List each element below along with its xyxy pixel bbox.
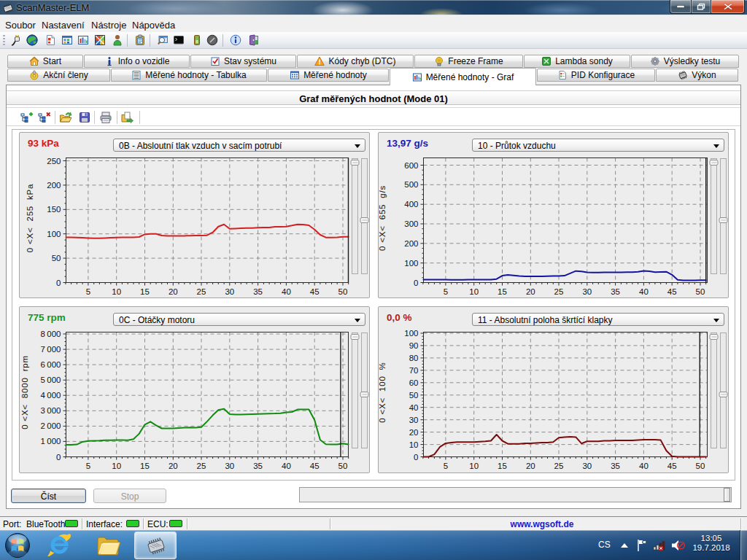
svg-text:20: 20 [409, 428, 419, 437]
svg-text:90: 90 [409, 341, 419, 350]
svg-text:20: 20 [169, 287, 178, 296]
svg-text:30: 30 [582, 287, 592, 296]
svg-text:30: 30 [582, 462, 592, 470]
svg-text:20: 20 [169, 462, 178, 470]
svg-text:400: 400 [404, 200, 418, 209]
svg-text:0: 0 [56, 453, 61, 462]
svg-text:15: 15 [140, 287, 150, 296]
svg-text:8 000: 8 000 [41, 330, 61, 338]
svg-text:50: 50 [696, 462, 705, 470]
svg-text:25: 25 [554, 287, 564, 296]
svg-text:100: 100 [404, 259, 418, 268]
svg-text:15: 15 [140, 462, 150, 470]
svg-text:1 000: 1 000 [41, 437, 61, 446]
svg-text:100: 100 [404, 329, 418, 338]
svg-text:40: 40 [282, 462, 291, 470]
svg-text:4 000: 4 000 [41, 391, 61, 400]
svg-text:45: 45 [310, 462, 320, 470]
svg-text:3 000: 3 000 [41, 406, 61, 415]
svg-text:300: 300 [404, 219, 418, 228]
svg-text:0 <X< 655 g/s: 0 <X< 655 g/s [378, 185, 387, 251]
svg-text:2 000: 2 000 [41, 421, 61, 430]
svg-text:40: 40 [639, 462, 649, 470]
svg-text:5 000: 5 000 [41, 376, 61, 384]
svg-text:20: 20 [526, 287, 535, 296]
svg-text:5: 5 [86, 287, 90, 296]
svg-text:60: 60 [409, 378, 419, 387]
svg-text:0: 0 [414, 453, 418, 462]
svg-text:25: 25 [197, 462, 206, 470]
svg-text:80: 80 [409, 354, 419, 362]
svg-text:600: 600 [404, 161, 418, 170]
svg-text:30: 30 [225, 462, 234, 470]
svg-text:35: 35 [253, 287, 263, 296]
svg-text:150: 150 [47, 205, 61, 214]
svg-text:0: 0 [414, 279, 418, 287]
svg-text:50: 50 [696, 287, 705, 296]
svg-text:35: 35 [611, 287, 620, 296]
svg-text:10: 10 [469, 287, 479, 296]
svg-text:20: 20 [526, 462, 535, 470]
svg-text:10: 10 [409, 440, 419, 449]
svg-text:10: 10 [112, 462, 121, 470]
svg-text:35: 35 [253, 462, 263, 470]
svg-text:0 <X< 100 %: 0 <X< 100 % [378, 362, 387, 422]
svg-text:40: 40 [409, 403, 419, 412]
svg-text:25: 25 [197, 287, 206, 296]
svg-text:30: 30 [225, 287, 234, 296]
svg-text:200: 200 [47, 181, 61, 190]
svg-text:40: 40 [639, 287, 649, 296]
svg-text:15: 15 [498, 287, 507, 296]
svg-text:500: 500 [404, 180, 418, 189]
svg-text:10: 10 [469, 462, 479, 470]
svg-text:200: 200 [404, 239, 418, 248]
svg-text:50: 50 [409, 391, 419, 400]
svg-text:0 <X< 8000 rpm: 0 <X< 8000 rpm [20, 355, 29, 429]
svg-text:50: 50 [52, 254, 61, 262]
svg-text:250: 250 [47, 157, 61, 166]
svg-text:50: 50 [338, 462, 348, 470]
svg-text:10: 10 [112, 287, 121, 296]
svg-text:50: 50 [338, 287, 348, 296]
svg-text:7 000: 7 000 [41, 345, 61, 354]
svg-text:100: 100 [47, 230, 61, 238]
svg-text:70: 70 [409, 366, 419, 375]
svg-text:0 <X< 255 kPa: 0 <X< 255 kPa [26, 184, 34, 252]
svg-text:6 000: 6 000 [41, 360, 61, 369]
svg-text:35: 35 [611, 462, 620, 470]
svg-text:15: 15 [498, 462, 507, 470]
svg-text:45: 45 [667, 462, 677, 470]
svg-text:30: 30 [409, 416, 419, 424]
svg-text:5: 5 [444, 287, 448, 296]
svg-text:40: 40 [282, 287, 291, 296]
svg-text:45: 45 [310, 287, 320, 296]
svg-text:25: 25 [554, 462, 564, 470]
svg-text:0: 0 [56, 279, 61, 287]
svg-text:5: 5 [86, 462, 90, 470]
svg-text:45: 45 [667, 287, 677, 296]
svg-text:5: 5 [444, 462, 448, 470]
